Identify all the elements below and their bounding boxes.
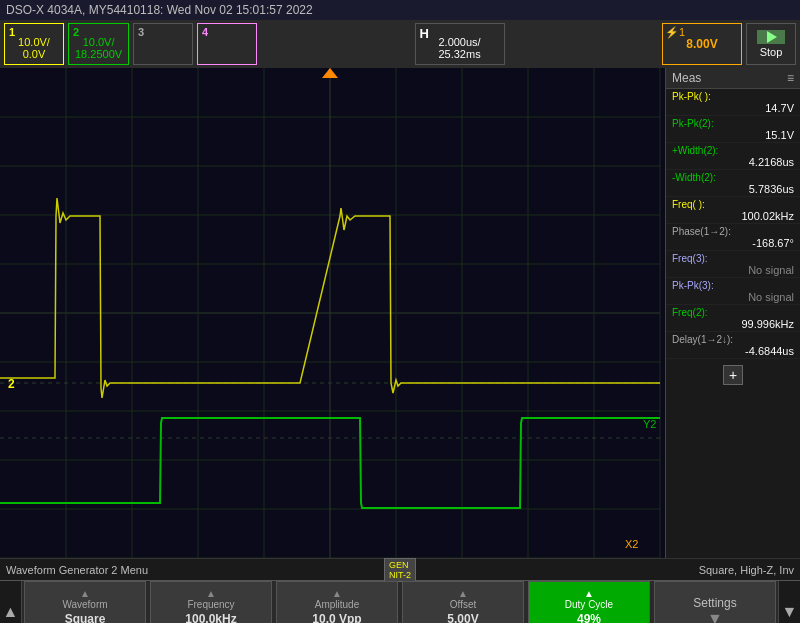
- ch3-block[interactable]: 3: [133, 23, 193, 65]
- amp-value: 10.0 Vpp: [312, 612, 361, 624]
- y2-label: Y2: [643, 418, 656, 430]
- freq-up-arrow: ▲: [206, 588, 216, 599]
- ch1-val1: 10.0V/: [18, 36, 50, 48]
- trigger-voltage: 8.00V: [686, 37, 717, 51]
- meas-header: Meas ≡: [666, 68, 800, 89]
- waveform-up-arrow: ▲: [80, 588, 90, 599]
- meas-row-freq3: Freq(3): No signal: [666, 251, 800, 278]
- status-center: GENNIT-2: [384, 558, 416, 582]
- meas-nwid2-label: -Width(2):: [672, 172, 794, 183]
- ch2-block[interactable]: 2 10.0V/ 18.2500V: [68, 23, 129, 65]
- duty-value: 49%: [577, 612, 601, 624]
- right-arrow-icon: ▼: [782, 603, 798, 621]
- meas-row-pkpk2: Pk-Pk(2): 15.1V: [666, 116, 800, 143]
- stop-label: Stop: [760, 46, 783, 58]
- meas-pkpk1-val: 14.7V: [672, 102, 794, 114]
- toolbar-settings-button[interactable]: Settings ▼: [654, 581, 776, 624]
- status-right-text: Square, High-Z, Inv: [416, 564, 794, 576]
- meas-delay-label: Delay(1→2↓):: [672, 334, 794, 345]
- meas-freq2-val: 99.996kHz: [672, 318, 794, 330]
- time-block[interactable]: H 2.000us/ 25.32ms: [415, 23, 505, 65]
- ch1-block[interactable]: 1 10.0V/ 0.0V: [4, 23, 64, 65]
- meas-row-nwid2: -Width(2): 5.7836us: [666, 170, 800, 197]
- status-bar: Waveform Generator 2 Menu GENNIT-2 Squar…: [0, 558, 800, 580]
- title-bar: DSO-X 4034A, MY54410118: Wed Nov 02 15:0…: [0, 0, 800, 20]
- nav-right-arrow[interactable]: ▼: [778, 581, 800, 624]
- offset-value: 5.00V: [447, 612, 478, 624]
- trigger-block[interactable]: ⚡ 1 8.00V: [662, 23, 742, 65]
- meas-title: Meas: [672, 71, 701, 85]
- meas-pkpk2-val: 15.1V: [672, 129, 794, 141]
- meas-phase-label: Phase(1→2):: [672, 226, 794, 237]
- status-left-text: Waveform Generator 2 Menu: [6, 564, 384, 576]
- scope-display: 2 Y2 X2: [0, 68, 665, 558]
- toolbar-amplitude-button[interactable]: ▲ Amplitude 10.0 Vpp ▼: [276, 581, 398, 624]
- duty-up-arrow: ▲: [584, 588, 594, 599]
- meas-freq3-val: No signal: [672, 264, 794, 276]
- title-text: DSO-X 4034A, MY54410118: Wed Nov 02 15:0…: [6, 3, 313, 17]
- ch1-val2: 0.0V: [23, 48, 46, 60]
- meas-phase-val: -168.67°: [672, 237, 794, 249]
- ch2-val1: 10.0V/: [83, 36, 115, 48]
- meas-freq1-val: 100.02kHz: [672, 210, 794, 222]
- meas-list: Pk-Pk( ): 14.7V Pk-Pk(2): 15.1V +Width(2…: [666, 89, 800, 359]
- ch4-label: 4: [202, 26, 208, 38]
- bottom-toolbar: ▲ ▲ Waveform Square ▼ ▲ Frequency 100.0k…: [0, 580, 800, 623]
- toolbar-dutycycle-button[interactable]: ▲ Duty Cycle 49% ▼: [528, 581, 650, 624]
- meas-freq2-label: Freq(2):: [672, 307, 794, 318]
- gen-badge: GENNIT-2: [384, 558, 416, 582]
- ch4-block[interactable]: 4: [197, 23, 257, 65]
- toolbar-frequency-button[interactable]: ▲ Frequency 100.0kHz ▼: [150, 581, 272, 624]
- main-area: 2 Y2 X2 Meas ≡ Pk-Pk( ): 14.7V Pk-Pk(2):…: [0, 68, 800, 558]
- toolbar-offset-button[interactable]: ▲ Offset 5.00V ▼: [402, 581, 524, 624]
- meas-menu-icon[interactable]: ≡: [787, 71, 794, 85]
- duty-label: Duty Cycle: [565, 599, 613, 610]
- controls-bar: 1 10.0V/ 0.0V 2 10.0V/ 18.2500V 3 4 H 2.…: [0, 20, 800, 68]
- settings-label: Settings: [693, 596, 736, 610]
- run-stop-block[interactable]: Stop: [746, 23, 796, 65]
- meas-pkpk3-val: No signal: [672, 291, 794, 303]
- meas-wid2-val: 4.2168us: [672, 156, 794, 168]
- amp-up-arrow: ▲: [332, 588, 342, 599]
- meas-wid2-label: +Width(2):: [672, 145, 794, 156]
- meas-nwid2-val: 5.7836us: [672, 183, 794, 195]
- offset-up-arrow: ▲: [458, 588, 468, 599]
- ch1-label: 1: [9, 26, 15, 38]
- meas-row-freq1: Freq( ): 100.02kHz: [666, 197, 800, 224]
- meas-freq1-label: Freq( ):: [672, 199, 794, 210]
- amp-label: Amplitude: [315, 599, 359, 610]
- toolbar-waveform-button[interactable]: ▲ Waveform Square ▼: [24, 581, 146, 624]
- meas-add-button[interactable]: +: [723, 365, 743, 385]
- nav-left-arrow[interactable]: ▲: [0, 581, 22, 624]
- waveform-svg: 2 Y2 X2: [0, 68, 665, 558]
- meas-panel: Meas ≡ Pk-Pk( ): 14.7V Pk-Pk(2): 15.1V +…: [665, 68, 800, 558]
- meas-pkpk1-label: Pk-Pk( ):: [672, 91, 794, 102]
- meas-row-pkpk3: Pk-Pk(3): No signal: [666, 278, 800, 305]
- ch2-label: 2: [73, 26, 79, 38]
- trigger-marker: [322, 68, 338, 78]
- trigger-label: 1: [679, 26, 685, 38]
- ch3-label: 3: [138, 26, 144, 38]
- waveform-value: Square: [65, 612, 106, 624]
- freq-value: 100.0kHz: [185, 612, 236, 624]
- meas-row-pkpk1: Pk-Pk( ): 14.7V: [666, 89, 800, 116]
- trigger-lightning: ⚡: [665, 26, 679, 39]
- meas-delay-val: -4.6844us: [672, 345, 794, 357]
- ch2-val2: 18.2500V: [75, 48, 122, 60]
- meas-row-freq2: Freq(2): 99.996kHz: [666, 305, 800, 332]
- waveform-label: Waveform: [62, 599, 107, 610]
- x2-label: X2: [625, 538, 638, 550]
- meas-row-wid2: +Width(2): 4.2168us: [666, 143, 800, 170]
- offset-label: Offset: [450, 599, 477, 610]
- time-val1: 2.000us/: [438, 36, 480, 48]
- h-label: H: [420, 26, 429, 41]
- left-arrow-icon: ▲: [3, 603, 19, 621]
- ch1-zero-marker: 2: [8, 377, 15, 391]
- meas-row-delay: Delay(1→2↓): -4.6844us: [666, 332, 800, 359]
- freq-label: Frequency: [187, 599, 234, 610]
- time-val2: 25.32ms: [438, 48, 480, 60]
- settings-down-icon: ▼: [707, 610, 723, 623]
- meas-pkpk3-label: Pk-Pk(3):: [672, 280, 794, 291]
- meas-freq3-label: Freq(3):: [672, 253, 794, 264]
- meas-pkpk2-label: Pk-Pk(2):: [672, 118, 794, 129]
